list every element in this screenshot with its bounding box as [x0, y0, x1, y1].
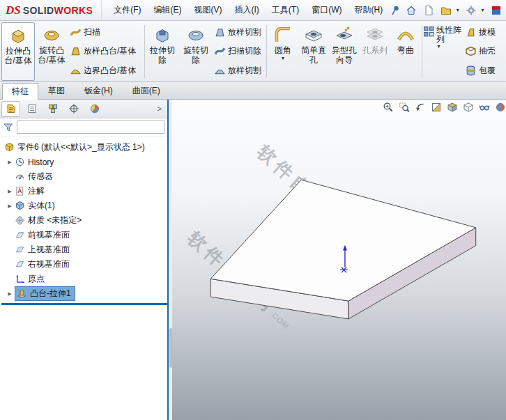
tree-item-origin[interactable]: 原点: [1, 272, 167, 286]
menu-window[interactable]: 窗口(W): [305, 0, 348, 20]
fillet-dropdown-icon[interactable]: ▼: [281, 56, 286, 61]
boundary-cut-icon: [214, 65, 226, 77]
boss-flyout-stack: 扫描 放样凸台/基体 边界凸台/基体: [68, 22, 144, 81]
swept-boss-icon: [70, 26, 82, 38]
open-document-icon[interactable]: [440, 4, 452, 17]
zoom-fit-icon[interactable]: [382, 101, 394, 113]
previous-view-icon[interactable]: [414, 101, 426, 113]
new-document-icon[interactable]: [422, 4, 435, 17]
tree-item-front-plane[interactable]: 前视基准面: [1, 228, 167, 242]
tree-item-material[interactable]: 材质 <未指定>: [1, 213, 167, 228]
swept-cut-label: 扫描切除: [228, 45, 261, 57]
options-icon[interactable]: [465, 4, 477, 17]
boundary-boss-button[interactable]: 边界凸台/基体: [70, 61, 142, 79]
simple-hole-button[interactable]: 简单直 孔: [298, 22, 329, 81]
swept-boss-label: 扫描: [84, 26, 100, 38]
resources-icon[interactable]: [490, 4, 503, 17]
lofted-cut-icon: [214, 26, 226, 38]
linear-pattern-button[interactable]: 线性阵 列 ▼: [423, 22, 463, 81]
tree-item-top-plane[interactable]: 上视基准面: [1, 242, 167, 257]
featuremanager-icon[interactable]: [1, 101, 20, 117]
displaymanager-icon[interactable]: [85, 101, 104, 117]
display-style-icon[interactable]: [462, 101, 474, 113]
tree-item-solid-bodies[interactable]: ▶ 实体(1): [1, 199, 167, 213]
extruded-boss-label: 拉伸凸: [6, 47, 31, 56]
tree-item-root[interactable]: 零件6 (默认<<默认>_显示状态 1>): [1, 140, 167, 155]
expand-arrow-icon[interactable]: ▶: [5, 189, 15, 194]
linear-pattern-label2: 列: [436, 35, 461, 44]
draft-button[interactable]: 拔模: [465, 24, 501, 42]
boundary-boss-icon: [70, 65, 82, 77]
tab-sketch[interactable]: 草图: [38, 82, 75, 99]
menu-tools[interactable]: 工具(T): [266, 0, 305, 20]
revolved-boss-button[interactable]: 旋转凸 台/基体: [35, 22, 68, 81]
extruded-cut-button[interactable]: 拉伸切 除: [146, 22, 179, 81]
tab-surfaces[interactable]: 曲面(E): [123, 82, 170, 99]
feature-manager-panel: > 零件6 (默认<<默认>_显示状态 1>) ▶: [0, 100, 167, 420]
feature-tree: 零件6 (默认<<默认>_显示状态 1>) ▶ History 传感器: [0, 137, 167, 305]
plane-icon: [15, 244, 25, 255]
hide-show-items-icon[interactable]: [478, 101, 490, 113]
hole-wizard-icon: [334, 24, 355, 45]
zoom-area-icon[interactable]: [398, 101, 410, 113]
linear-pattern-dropdown-icon[interactable]: ▼: [436, 44, 461, 49]
model-3d[interactable]: [172, 100, 506, 420]
panel-expand-arrow-icon[interactable]: >: [153, 104, 166, 113]
swept-cut-button[interactable]: 扫描切除: [214, 42, 264, 61]
menu-view[interactable]: 视图(V): [188, 0, 229, 20]
revolved-cut-button[interactable]: 旋转切 除: [179, 22, 213, 81]
tab-features[interactable]: 特征: [2, 83, 38, 100]
boundary-cut-button[interactable]: 放样切割: [214, 61, 264, 79]
flex-icon: [395, 24, 416, 45]
open-dropdown-icon[interactable]: ▼: [455, 8, 460, 13]
menu-items: 文件(F) 编辑(E) 视图(V) 插入(I) 工具(T) 窗口(W) 帮助(H…: [102, 0, 401, 20]
lofted-boss-button[interactable]: 放样凸台/基体: [70, 42, 142, 61]
tree-item-label: 原点: [28, 273, 45, 285]
hole-wizard-button[interactable]: 异型孔 向导: [329, 22, 360, 81]
tree-filter-input[interactable]: [17, 120, 164, 134]
flex-button[interactable]: 弯曲: [390, 22, 421, 81]
swept-boss-button[interactable]: 扫描: [70, 24, 142, 42]
home-icon[interactable]: [405, 4, 417, 17]
panel-tab-bar: >: [0, 100, 167, 118]
options-dropdown-icon[interactable]: ▼: [480, 8, 485, 13]
menu-insert[interactable]: 插入(I): [229, 0, 266, 20]
pin-icon[interactable]: [389, 4, 401, 17]
configurationmanager-icon[interactable]: [43, 101, 62, 117]
tree-item-annotations[interactable]: ▶ 注解: [1, 184, 167, 199]
lofted-cut-button[interactable]: 放样切割: [214, 24, 264, 42]
tree-item-label: 传感器: [28, 171, 53, 182]
tree-item-sensors[interactable]: 传感器: [1, 169, 167, 184]
tab-sheet-metal[interactable]: 钣金(H): [75, 82, 123, 99]
filter-funnel-icon[interactable]: [3, 122, 14, 133]
ribbon-separator: [422, 25, 422, 78]
wrap-label: 包覆: [479, 65, 496, 77]
hole-wizard-label: 异型孔: [332, 46, 357, 55]
view-heads-up-toolbar: [382, 101, 506, 113]
panel-splitter[interactable]: [167, 100, 172, 420]
section-view-icon[interactable]: [430, 101, 442, 113]
origin-icon: [15, 274, 25, 284]
view-orientation-icon[interactable]: [446, 101, 458, 113]
expand-arrow-icon[interactable]: ▶: [5, 291, 15, 297]
wrap-button[interactable]: 包覆: [465, 61, 501, 79]
expand-arrow-icon[interactable]: ▶: [5, 203, 15, 209]
shell-button[interactable]: 抽壳: [465, 42, 501, 61]
expand-arrow-icon[interactable]: ▶: [5, 160, 15, 165]
dimxpertmanager-icon[interactable]: [64, 101, 83, 117]
graphics-viewport[interactable]: 软件自学网.COM 软件自学网.COM: [172, 100, 506, 420]
menu-edit[interactable]: 编辑(E): [148, 0, 188, 20]
tree-item-boss-extrude1[interactable]: ▶ 凸台-拉伸1: [1, 286, 167, 301]
selected-highlight: 凸台-拉伸1: [15, 286, 75, 301]
logo-works-text: WORKS: [54, 5, 93, 16]
menu-file[interactable]: 文件(F): [107, 0, 147, 20]
propertymanager-icon[interactable]: [22, 101, 41, 117]
fillet-button[interactable]: 圆角 ▼: [268, 22, 298, 81]
appearance-icon[interactable]: [494, 101, 506, 113]
menu-help[interactable]: 帮助(H): [348, 0, 390, 20]
extruded-boss-button[interactable]: 拉伸凸 台/基体: [1, 22, 35, 81]
lofted-boss-label: 放样凸台/基体: [84, 45, 136, 57]
tree-item-right-plane[interactable]: 右视基准面: [1, 257, 167, 272]
tree-item-history[interactable]: ▶ History: [1, 155, 167, 169]
material-icon: [15, 215, 25, 226]
